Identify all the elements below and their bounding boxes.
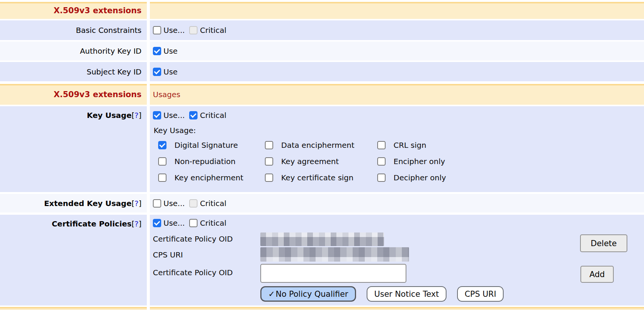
option-label: CRL sign (394, 141, 426, 150)
key-usage-options-grid: Digital Signature Data encipherment CRL … (158, 141, 644, 182)
basic-constraints-label: Basic Constraints (76, 26, 142, 35)
delete-button[interactable]: Delete (580, 234, 627, 252)
option-label: Key agreement (281, 157, 339, 166)
basic-constraints-use-checkbox[interactable] (153, 26, 161, 34)
key-usage-use-checkbox[interactable] (153, 111, 161, 119)
no-policy-qualifier-button[interactable]: ✓No Policy Qualifier (260, 286, 356, 302)
use-checkbox-label: Use (163, 67, 177, 76)
section-title: X.509v3 extensions (54, 90, 142, 99)
data-encipherment-checkbox[interactable] (265, 141, 273, 149)
option-label: Encipher only (394, 157, 445, 166)
critical-checkbox-label: Critical (200, 26, 226, 35)
use-checkbox-label: Use... (163, 199, 185, 208)
certificate-policy-oid-redacted-value (260, 232, 384, 246)
use-checkbox-label: Use... (163, 26, 185, 35)
certificate-policy-oid-label: Certificate Policy OID (153, 234, 233, 243)
x509-extensions-form: X.509v3 extensions Basic Constraints Use… (0, 0, 644, 310)
key-usage-critical-checkbox[interactable] (189, 111, 198, 119)
subject-key-id-use-checkbox[interactable] (153, 68, 161, 76)
basic-constraints-critical-checkbox (189, 26, 198, 34)
row-certificate-policies: Certificate Policies[?] Use... Critical … (0, 215, 644, 305)
use-checkbox-label: Use (163, 46, 177, 56)
row-basic-constraints: Basic Constraints Use... Critical (0, 20, 644, 40)
extended-key-usage-critical-checkbox (189, 199, 198, 208)
next-section-header-partial (0, 307, 644, 310)
column-divider (147, 20, 150, 40)
encipher-only-checkbox[interactable] (377, 157, 386, 166)
option-label: Key encipherment (174, 173, 243, 182)
row-extended-key-usage: Extended Key Usage[?] Use... Critical (0, 194, 644, 212)
row-key-usage: Key Usage[?] Use... Critical Key Usage: … (0, 106, 644, 192)
add-button[interactable]: Add (580, 266, 614, 283)
column-divider (147, 194, 150, 212)
certificate-policies-label: Certificate Policies[?] (52, 219, 142, 228)
certificate-policy-oid-input[interactable] (260, 264, 406, 283)
certificate-policies-use-checkbox[interactable] (153, 219, 161, 227)
key-certificate-sign-checkbox[interactable] (265, 174, 273, 182)
section-header-usages: X.509v3 extensions Usages (0, 84, 644, 105)
section-title: X.509v3 extensions (54, 6, 142, 15)
cps-uri-label: CPS URI (153, 250, 183, 259)
option-label: Key certificate sign (281, 173, 353, 182)
section-subtitle: Usages (150, 84, 644, 105)
certificate-policies-critical-checkbox[interactable] (189, 219, 198, 227)
certificate-policy-oid-label: Certificate Policy OID (153, 268, 233, 277)
use-checkbox-label: Use... (163, 111, 185, 120)
column-divider (147, 307, 150, 310)
key-usage-help-link[interactable]: ? (135, 111, 139, 120)
critical-checkbox-label: Critical (200, 199, 226, 208)
option-label: Data encipherment (281, 141, 355, 150)
non-repudiation-checkbox[interactable] (158, 157, 166, 166)
section-header-extensions: X.509v3 extensions (0, 2, 644, 19)
key-agreement-checkbox[interactable] (265, 157, 273, 166)
authority-key-id-label: Authority Key ID (80, 46, 142, 56)
row-subject-key-id: Subject Key ID Use (0, 62, 644, 81)
critical-checkbox-label: Critical (200, 219, 226, 228)
column-divider (147, 42, 150, 60)
cps-uri-redacted-value (260, 247, 409, 262)
row-authority-key-id: Authority Key ID Use (0, 42, 644, 60)
key-encipherment-checkbox[interactable] (158, 174, 166, 182)
cps-uri-button[interactable]: CPS URI (457, 286, 504, 302)
certificate-policies-help-link[interactable]: ? (135, 219, 139, 228)
key-usage-group-label: Key Usage: (154, 126, 644, 135)
key-usage-label: Key Usage[?] (87, 111, 142, 120)
user-notice-text-button[interactable]: User Notice Text (367, 286, 446, 302)
check-icon: ✓ (268, 290, 275, 299)
decipher-only-checkbox[interactable] (377, 174, 386, 182)
extended-key-usage-label: Extended Key Usage[?] (44, 199, 142, 208)
critical-checkbox-label: Critical (200, 111, 226, 120)
policy-qualifier-buttons: ✓No Policy Qualifier User Notice Text CP… (260, 286, 504, 302)
subject-key-id-label: Subject Key ID (87, 67, 142, 76)
option-label: Decipher only (394, 173, 446, 182)
column-divider (147, 2, 150, 19)
column-divider (147, 62, 150, 81)
extended-key-usage-use-checkbox[interactable] (153, 199, 161, 208)
extended-key-usage-help-link[interactable]: ? (135, 199, 139, 208)
column-divider (147, 84, 150, 105)
column-divider (147, 215, 150, 305)
authority-key-id-use-checkbox[interactable] (153, 47, 161, 55)
crl-sign-checkbox[interactable] (377, 141, 386, 149)
use-checkbox-label: Use... (163, 219, 185, 228)
option-label: Digital Signature (174, 141, 238, 150)
column-divider (147, 106, 150, 192)
option-label: Non-repudiation (174, 157, 235, 166)
digital-signature-checkbox[interactable] (158, 141, 166, 149)
